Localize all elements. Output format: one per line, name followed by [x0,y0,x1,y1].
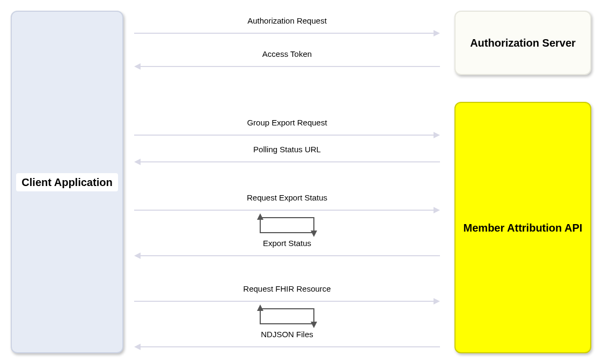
node-api-label: Member Attribution API [464,221,583,235]
label-export-status: Export Status [134,239,440,248]
svg-marker-3 [134,63,141,70]
svg-marker-7 [134,159,141,165]
svg-marker-11 [257,213,263,220]
node-client-label: Client Application [16,173,118,191]
svg-marker-16 [311,322,317,328]
node-auth-label: Authorization Server [470,36,576,50]
label-polling-url: Polling Status URL [134,145,440,154]
svg-marker-17 [257,304,263,311]
arrow-ndjson [134,340,440,353]
arrow-group-export [134,129,440,142]
svg-marker-15 [434,298,440,304]
label-req-fhir: Request FHIR Resource [134,284,440,293]
svg-marker-9 [434,207,440,213]
label-group-export: Group Export Request [134,118,440,127]
arrow-export-status [134,249,440,262]
svg-marker-1 [434,30,440,36]
arrow-access-token [134,60,440,73]
svg-marker-10 [311,231,317,237]
label-ndjson: NDJSON Files [134,330,440,339]
arrow-polling-url [134,155,440,168]
arrow-auth-request [134,27,440,40]
svg-marker-19 [134,344,141,350]
label-access-token: Access Token [134,49,440,58]
loop-icon [249,304,325,328]
loop-icon [249,213,325,237]
label-req-export-status: Request Export Status [134,193,440,202]
node-client-application: Client Application [11,11,123,353]
node-member-attribution-api: Member Attribution API [454,102,591,353]
node-authorization-server: Authorization Server [454,11,591,75]
label-auth-request: Authorization Request [134,16,440,25]
svg-marker-13 [134,252,141,259]
svg-marker-5 [434,132,440,138]
sequence-diagram: Client Application Authorization Server … [11,11,591,353]
